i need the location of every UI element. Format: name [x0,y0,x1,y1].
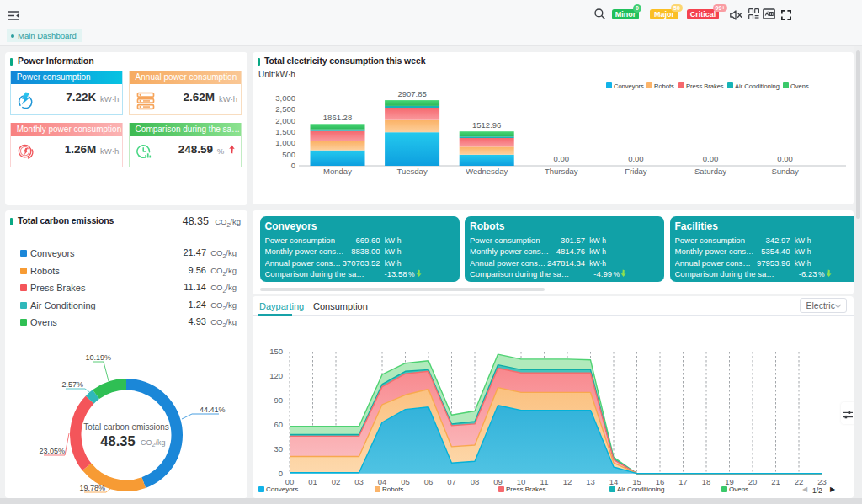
svg-text:2907.85: 2907.85 [397,89,426,98]
svg-text:10.19%: 10.19% [85,353,111,362]
svg-text:Monday: Monday [323,167,352,176]
svg-text:Sunday: Sunday [771,167,798,176]
svg-text:Thursday: Thursday [545,167,578,176]
svg-text:500: 500 [282,150,295,159]
svg-text:2,000: 2,000 [275,116,295,125]
svg-text:0.00: 0.00 [554,154,570,163]
svg-text:Robots: Robots [654,82,674,90]
svg-text:1,000: 1,000 [275,138,295,147]
svg-text:2,500: 2,500 [275,104,295,114]
svg-text:0.00: 0.00 [777,154,793,163]
svg-text:Tuesday: Tuesday [397,167,428,176]
svg-text:Air Conditioning: Air Conditioning [735,82,780,90]
svg-text:60: 60 [274,420,283,429]
svg-text:Saturday: Saturday [694,167,726,176]
svg-text:Conveyors: Conveyors [614,82,644,90]
svg-text:Ovens: Ovens [790,82,809,90]
svg-text:0: 0 [291,161,295,170]
svg-text:120: 120 [269,371,283,380]
svg-text:19.78%: 19.78% [79,484,105,492]
svg-text:1861.28: 1861.28 [323,113,352,122]
svg-text:0.00: 0.00 [628,154,644,163]
svg-text:30: 30 [274,444,283,454]
svg-text:2.57%: 2.57% [61,380,83,389]
svg-text:Wednesday: Wednesday [466,167,508,176]
svg-text:23.05%: 23.05% [39,447,65,455]
svg-text:3,000: 3,000 [275,93,295,103]
svg-text:0: 0 [279,469,283,478]
svg-text:Total carbon emissions: Total carbon emissions [83,422,169,432]
svg-text:1512.96: 1512.96 [472,120,501,130]
svg-text:Press Brakes: Press Brakes [686,82,724,90]
svg-text:0.00: 0.00 [703,154,719,163]
svg-text:48.35: 48.35 [100,433,135,448]
svg-text:44.41%: 44.41% [200,406,226,414]
svg-text:1,500: 1,500 [275,127,295,136]
svg-text:Friday: Friday [625,167,647,176]
svg-text:90: 90 [274,395,283,405]
svg-text:150: 150 [269,347,283,356]
svg-text:CO2/kg: CO2/kg [141,438,165,448]
